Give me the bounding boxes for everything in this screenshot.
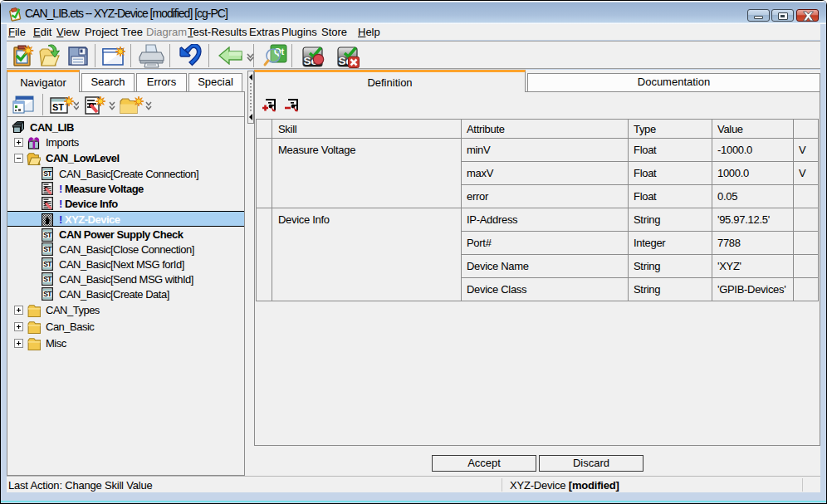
svg-text:ST: ST (52, 102, 64, 112)
